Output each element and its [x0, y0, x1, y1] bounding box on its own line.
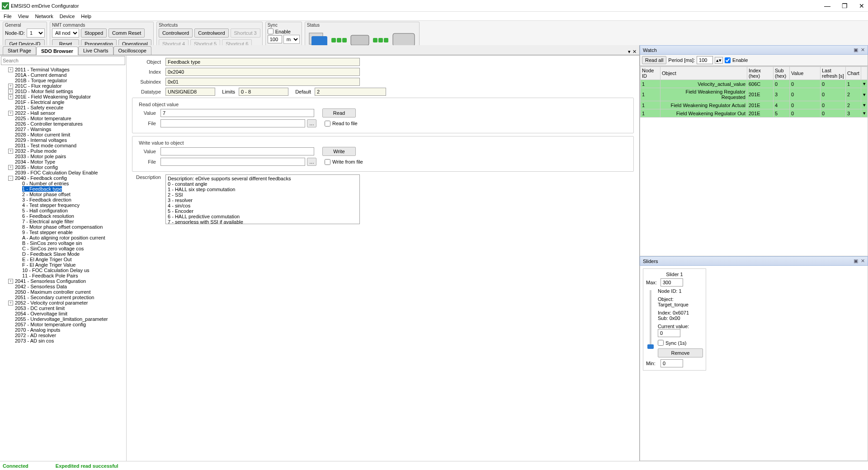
- tree-item[interactable]: +2041 - Sensorless Configuration: [8, 278, 125, 284]
- stopped-button[interactable]: Stopped: [81, 28, 107, 38]
- write-button[interactable]: Write: [322, 147, 356, 156]
- expand-icon[interactable]: +: [8, 89, 13, 94]
- object-tree[interactable]: +2011 - Terminal Voltages201A - Current …: [0, 66, 126, 461]
- expand-icon[interactable]: +: [8, 84, 13, 89]
- sliders-close-icon[interactable]: ✕: [861, 258, 865, 264]
- watch-row-menu[interactable]: ▾: [861, 80, 868, 88]
- watch-enable-checkbox[interactable]: Enable: [725, 57, 748, 63]
- tree-item[interactable]: +2032 - Pulse mode: [8, 148, 125, 154]
- tree-item[interactable]: 2026 - Controller temperatures: [8, 121, 125, 127]
- menu-device[interactable]: Device: [60, 14, 75, 19]
- col-object[interactable]: Object: [660, 67, 747, 80]
- read-button[interactable]: Read: [322, 108, 356, 118]
- tree-item[interactable]: +2052 - Velocity control parameter: [8, 300, 125, 306]
- description-field[interactable]: [165, 174, 360, 224]
- tab-sdo-browser[interactable]: SDO Browser: [36, 47, 78, 55]
- write-value-field[interactable]: [160, 147, 314, 155]
- tree-item[interactable]: 2051 - Secondary current protection: [8, 295, 125, 300]
- watch-close-icon[interactable]: ✕: [861, 47, 865, 53]
- tree-item[interactable]: 4 - Test stepper frequency: [15, 202, 125, 208]
- tree-item[interactable]: 2025 - Motor temperature: [8, 116, 125, 121]
- minimize-button[interactable]: —: [823, 2, 832, 9]
- write-from-file-checkbox[interactable]: Write from file: [325, 159, 363, 165]
- expand-icon[interactable]: +: [8, 279, 13, 284]
- tree-item[interactable]: 2027 - Warnings: [8, 127, 125, 132]
- tree-item[interactable]: 2034 - Motor Type: [8, 159, 125, 164]
- tree-item[interactable]: 2021 - Safety execute: [8, 105, 125, 110]
- tree-item[interactable]: 2053 - DC current limit: [8, 306, 125, 311]
- sliders-pin-icon[interactable]: ▣: [854, 258, 858, 264]
- col-value[interactable]: Value: [790, 67, 821, 80]
- tab-close-icon[interactable]: ✕: [632, 49, 637, 55]
- watch-row[interactable]: 1Field Weakening Regulator Out201E5003▾: [641, 109, 868, 118]
- watch-row[interactable]: 1Field Weakening Regulator Actual201E400…: [641, 101, 868, 109]
- tab-live-charts[interactable]: Live Charts: [78, 46, 113, 55]
- read-file-field[interactable]: [160, 119, 305, 127]
- col-sub[interactable]: Sub (hex): [774, 67, 790, 80]
- tree-item[interactable]: 0 - Number of entries: [15, 181, 125, 186]
- slider-thumb[interactable]: [647, 344, 654, 349]
- tree-item[interactable]: 3 - Feedback direction: [15, 197, 125, 202]
- tree-item[interactable]: D - Feedback Slave Mode: [15, 251, 125, 257]
- tree-item[interactable]: 2031 - Test mode command: [8, 143, 125, 148]
- tree-item[interactable]: 201A - Current demand: [8, 72, 125, 78]
- watch-table[interactable]: Node ID Object Index (hex) Sub (hex) Val…: [640, 66, 868, 118]
- tree-item[interactable]: +201D - Motor field settings: [8, 89, 125, 94]
- menu-network[interactable]: Network: [35, 14, 53, 19]
- tree-item[interactable]: 2050 - Maximum controller current: [8, 289, 125, 295]
- slider-curval-input[interactable]: [658, 329, 680, 337]
- datatype-field[interactable]: [165, 88, 215, 96]
- watch-row[interactable]: 1Velocity_actual_value606C0001▾: [641, 80, 868, 88]
- tree-item[interactable]: 2029 - Internal voltages: [8, 137, 125, 143]
- watch-row-menu[interactable]: ▾: [861, 101, 868, 109]
- tree-item[interactable]: 2039 - FOC Calculation Delay Enable: [8, 170, 125, 175]
- col-node[interactable]: Node ID: [641, 67, 660, 80]
- write-file-field[interactable]: [160, 158, 305, 166]
- watch-row-menu[interactable]: ▾: [861, 109, 868, 118]
- pin-icon[interactable]: ▣: [854, 47, 858, 53]
- tree-item[interactable]: +201C - Flux regulator: [8, 83, 125, 89]
- tree-item[interactable]: 5 - Hall configuration: [15, 208, 125, 213]
- expand-icon[interactable]: -: [8, 176, 13, 181]
- subindex-field[interactable]: [165, 78, 360, 86]
- tree-item[interactable]: +2011 - Terminal Voltages: [8, 67, 125, 72]
- tree-item[interactable]: +201E - Field Weakening Regulator: [8, 94, 125, 99]
- tree-item[interactable]: 2042 - Sensorless Data: [8, 284, 125, 289]
- shortcut3-button[interactable]: Shortcut 3: [231, 28, 260, 38]
- tree-item[interactable]: +2022 - Hall sensor: [8, 110, 125, 116]
- slider-sync-checkbox[interactable]: Sync (1s): [658, 340, 703, 346]
- index-field[interactable]: [165, 68, 360, 76]
- sync-value-input[interactable]: [268, 35, 282, 43]
- tree-item[interactable]: 2 - Motor phase offset: [15, 192, 125, 197]
- tree-item[interactable]: 2057 - Motor temperature config: [8, 322, 125, 327]
- tree-item[interactable]: 2028 - Motor current limit: [8, 132, 125, 137]
- read-to-file-checkbox[interactable]: Read to file: [325, 121, 358, 127]
- period-input[interactable]: [697, 56, 713, 64]
- shortcut1-button[interactable]: Controlword: [159, 28, 193, 38]
- expand-icon[interactable]: +: [8, 149, 13, 154]
- tree-item[interactable]: 201F - Electrical angle: [8, 99, 125, 105]
- tab-start-page[interactable]: Start Page: [3, 46, 36, 55]
- tree-item[interactable]: 8 - Motor phase offset compensation: [15, 224, 125, 230]
- menu-help[interactable]: Help: [81, 14, 91, 19]
- tree-item[interactable]: 2054 - Overvoltage limit: [8, 311, 125, 316]
- object-field[interactable]: [165, 58, 360, 66]
- tree-item[interactable]: C - SinCos zero voltage cos: [15, 246, 125, 251]
- slider-min-input[interactable]: [660, 359, 683, 367]
- tree-item[interactable]: 201B - Torque regulator: [8, 78, 125, 83]
- tree-item[interactable]: 6 - Feedback resolution: [15, 213, 125, 219]
- menu-view[interactable]: View: [18, 14, 29, 19]
- expand-icon[interactable]: +: [8, 67, 13, 72]
- tree-item[interactable]: 1 - Feedback type: [15, 186, 125, 192]
- sync-unit-select[interactable]: ms: [283, 35, 300, 44]
- expand-icon[interactable]: +: [8, 111, 13, 116]
- tree-item[interactable]: 2073 - AD sin cos: [8, 338, 125, 343]
- commreset-button[interactable]: Comm Reset: [108, 28, 145, 38]
- tree-item[interactable]: 2070 - Analog inputs: [8, 327, 125, 333]
- tree-item[interactable]: 7 - Electrical angle filter: [15, 219, 125, 224]
- read-value-field[interactable]: [160, 109, 314, 117]
- close-button[interactable]: ✕: [857, 2, 866, 9]
- tree-item[interactable]: B - SinCos zero voltage sin: [15, 240, 125, 246]
- col-last[interactable]: Last refresh [s]: [821, 67, 846, 80]
- tree-item[interactable]: 2072 - AD resolver: [8, 333, 125, 338]
